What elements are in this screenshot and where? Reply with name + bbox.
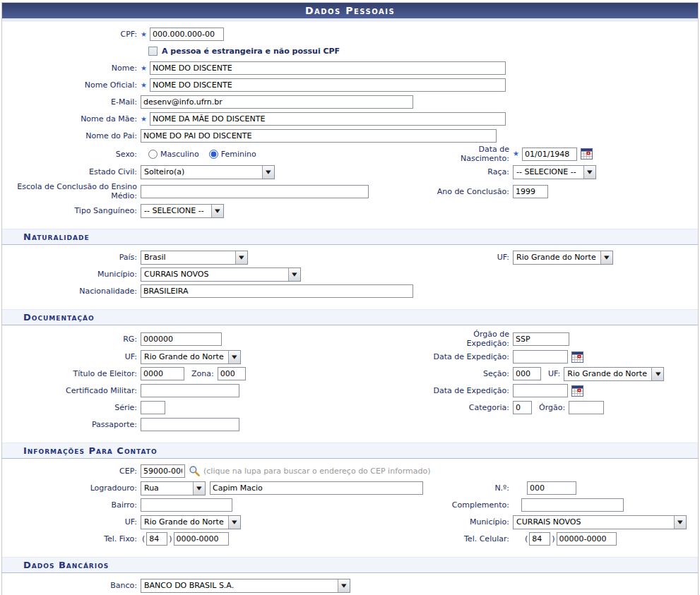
municipio-endereco-select[interactable]: CURRAIS NOVOS ▼ [513, 515, 687, 529]
calendar-icon[interactable] [571, 351, 583, 363]
required-icon: ★ [141, 82, 147, 89]
orgao-input[interactable] [569, 401, 604, 414]
form-title: Dados Pessoais [2, 3, 698, 18]
form-row: Certificado Militar: Data de Expedição: [2, 383, 698, 399]
uf-endereco-select[interactable]: Rio Grande do Norte ▼ [141, 515, 241, 529]
tipo-sanguineo-select[interactable]: -- SELECIONE -- ▼ [141, 204, 224, 218]
orgao-expedicao-label: Órgão de Expedição: [429, 330, 513, 348]
paren-close: ) [169, 534, 172, 543]
passaporte-input[interactable] [141, 418, 239, 431]
data-nascimento-input[interactable] [522, 148, 577, 161]
nome-pai-label: Nome do Pai: [2, 131, 141, 140]
rg-input[interactable] [141, 332, 222, 346]
cep-hint: (clique na lupa para buscar o endereço d… [203, 467, 431, 476]
tel-celular-ddd-input[interactable] [529, 532, 550, 546]
form-row: UF: Rio Grande do Norte ▼ Data de Expedi… [2, 349, 698, 365]
search-icon[interactable] [189, 465, 201, 477]
section-contato: Informações Para Contato [2, 443, 698, 459]
zona-input[interactable] [218, 367, 246, 380]
raca-select[interactable]: -- SELECIONE -- ▼ [513, 165, 596, 179]
tel-celular-input[interactable] [557, 532, 617, 546]
form-row: UF: Rio Grande do Norte ▼ Município: CUR… [2, 514, 698, 530]
nome-input[interactable] [150, 61, 506, 75]
categoria-input[interactable] [513, 401, 532, 414]
complemento-input[interactable] [521, 498, 624, 512]
foreign-checkbox[interactable] [148, 47, 158, 56]
ano-conclusao-label: Ano de Conclusão: [429, 187, 513, 196]
sexo-masculino-radio[interactable] [148, 150, 158, 159]
data-nascimento-label: Data de Nascimento: [429, 145, 513, 163]
uf-titulo-value: Rio Grande do Norte [564, 368, 651, 380]
secao-input[interactable] [513, 367, 541, 380]
tipo-sanguineo-value: -- SELECIONE -- [141, 205, 211, 217]
cep-input[interactable] [141, 464, 185, 478]
required-icon: ★ [141, 31, 147, 38]
zona-label: Zona: [191, 369, 214, 378]
nome-mae-input[interactable] [150, 112, 506, 126]
form-row: Série: Categoria: Órgão: [2, 399, 698, 416]
bairro-input[interactable] [141, 498, 232, 512]
orgao-expedicao-input[interactable] [513, 332, 569, 346]
cpf-input[interactable] [150, 28, 224, 41]
form-row: Logradouro: Rua ▼ N.º: [2, 480, 698, 496]
chevron-down-icon: ▼ [674, 516, 686, 529]
email-input[interactable] [141, 95, 413, 109]
pais-select[interactable]: Brasil ▼ [141, 251, 248, 265]
nacionalidade-input[interactable] [141, 284, 413, 298]
chevron-down-icon: ▼ [600, 251, 612, 264]
tel-fixo-ddd-input[interactable] [146, 532, 167, 546]
sexo-feminino-radio[interactable] [209, 150, 218, 159]
rg-label: RG: [2, 335, 141, 344]
paren-open: ( [525, 534, 528, 543]
banco-select[interactable]: BANCO DO BRASIL S.A. ▼ [141, 579, 350, 593]
form-row: CPF: ★ [2, 26, 698, 42]
titulo-eleitor-input[interactable] [141, 367, 184, 380]
uf-rg-value: Rio Grande do Norte [141, 351, 228, 363]
certificado-militar-input[interactable] [141, 384, 239, 397]
form-row: Título de Eleitor: Zona: Seção: UF: Rio … [2, 366, 698, 382]
chevron-down-icon: ▼ [228, 516, 240, 529]
nacionalidade-label: Nacionalidade: [2, 287, 141, 296]
uf-endereco-label: UF: [2, 517, 141, 527]
orgao-label: Órgão: [539, 403, 565, 412]
form-row: Escola de Conclusão do Ensino Médio: Ano… [2, 181, 698, 202]
raca-value: -- SELECIONE -- [514, 166, 583, 179]
tel-fixo-input[interactable] [174, 532, 229, 546]
ano-conclusao-input[interactable] [513, 185, 548, 198]
form-row: Tel. Fixo: ( ) Tel. Celular: ( ) [2, 531, 698, 547]
logradouro-input[interactable] [210, 481, 423, 495]
section-bancarios: Dados Bancários [2, 557, 698, 573]
form-row: Município: CURRAIS NOVOS ▼ [2, 266, 698, 282]
uf-rg-select[interactable]: Rio Grande do Norte ▼ [141, 350, 241, 364]
tel-fixo-label: Tel. Fixo: [2, 534, 141, 543]
data-expedicao-militar-input[interactable] [513, 384, 568, 397]
tel-celular-label: Tel. Celular: [429, 534, 513, 543]
numero-input[interactable] [527, 481, 576, 495]
calendar-icon[interactable] [581, 148, 593, 160]
estado-civil-label: Estado Civil: [2, 167, 141, 176]
escola-input[interactable] [141, 185, 369, 198]
estado-civil-select[interactable]: Solteiro(a) ▼ [141, 165, 275, 179]
serie-label: Série: [2, 403, 141, 412]
calendar-icon[interactable] [571, 385, 583, 397]
serie-input[interactable] [141, 401, 165, 414]
secao-label: Seção: [429, 369, 513, 378]
nome-oficial-input[interactable] [150, 78, 506, 92]
chevron-down-icon: ▼ [583, 166, 595, 179]
section-documentacao: Documentação [2, 309, 698, 325]
chevron-down-icon: ▼ [338, 579, 350, 592]
tipo-logradouro-select[interactable]: Rua ▼ [141, 481, 206, 495]
pais-value: Brasil [141, 251, 235, 264]
nome-label: Nome: [2, 64, 141, 73]
nome-pai-input[interactable] [141, 129, 497, 143]
cpf-label: CPF: [2, 30, 141, 39]
sexo-feminino-label: Feminino [221, 150, 256, 159]
uf-titulo-select[interactable]: Rio Grande do Norte ▼ [564, 367, 664, 381]
form-row: A pessoa é estrangeira e não possui CPF [2, 43, 698, 59]
required-icon: ★ [141, 65, 147, 72]
form-row: Nome: ★ [2, 60, 698, 76]
municipio-naturalidade-select[interactable]: CURRAIS NOVOS ▼ [141, 268, 301, 282]
data-expedicao-rg-input[interactable] [513, 350, 568, 363]
municipio-naturalidade-label: Município: [2, 270, 141, 279]
uf-naturalidade-select[interactable]: Rio Grande do Norte ▼ [513, 251, 613, 265]
